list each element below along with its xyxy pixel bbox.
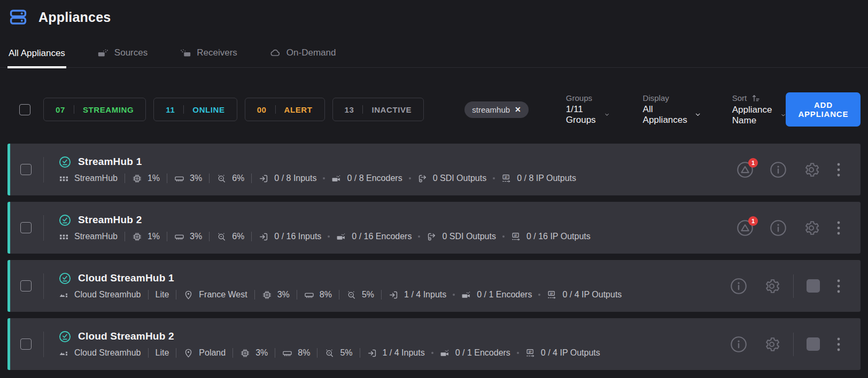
ip-outputs-icon [511,232,521,242]
ram-value: 3% [190,232,202,241]
search-filter-chip[interactable]: streamhub ✕ [464,101,529,118]
appliance-row-streamhub-1[interactable]: StreamHub 1 StreamHub 1% 3% 6% 0 [7,144,861,195]
more-options-icon[interactable] [836,278,841,295]
ip-outputs-value: 0 / 4 IP Outputs [541,348,600,358]
appliance-row-cloud-streamhub-1[interactable]: Cloud StreamHub 1 Cloud Streamhub Lite F… [7,260,861,312]
dot-separator [453,294,455,296]
ip-outputs-value: 0 / 4 IP Outputs [562,290,622,300]
dot-separator [538,294,540,296]
sort-icon [751,93,761,103]
encoders-value: 0 / 16 Encoders [352,232,412,241]
location-pin-icon [183,290,193,300]
info-button[interactable] [770,161,787,178]
sdi-outputs-icon [417,174,428,184]
divider [793,333,794,356]
row-checkbox[interactable] [20,338,32,350]
inputs-icon [367,348,377,358]
tab-all-appliances[interactable]: All Appliances [7,45,66,68]
divider [251,174,252,183]
tab-on-demand[interactable]: On-Demand [268,44,337,67]
cpu-value: 1% [148,232,160,241]
settings-button[interactable] [803,219,820,237]
divider [381,290,382,300]
more-options-icon[interactable] [836,161,841,178]
cpu-icon [132,174,142,184]
ram-icon [174,232,184,242]
divider [43,215,44,241]
divider [43,157,44,183]
sort-dropdown[interactable]: Sort Appliance Name [732,93,786,126]
settings-button[interactable] [763,278,780,295]
cloud-icon [269,47,281,59]
stop-button[interactable] [807,279,820,293]
add-appliance-button[interactable]: ADD APPLIANCE [786,92,861,127]
divider [360,348,360,358]
appliance-list: StreamHub 1 StreamHub 1% 3% 6% 0 [0,144,868,370]
select-all-checkbox[interactable] [19,104,30,115]
chip-text: streamhub [472,105,510,114]
info-button[interactable] [770,219,787,237]
alerts-button[interactable]: 1 [737,161,754,178]
info-icon [770,219,787,237]
gear-icon [803,161,820,178]
info-button[interactable] [730,336,747,353]
alert-count-badge: 1 [748,158,758,168]
counter-online[interactable]: 11 ONLINE [153,98,237,121]
display-dropdown[interactable]: Display All Appliances [643,93,701,125]
status-ok-icon [59,272,71,285]
appliance-row-cloud-streamhub-2[interactable]: Cloud StreamHub 2 Cloud Streamhub Lite P… [7,318,861,370]
counter-streaming[interactable]: 07 STREAMING [43,98,146,121]
load-value: 5% [340,348,352,358]
sdi-outputs-value: 0 SDI Outputs [433,174,487,183]
alerts-button[interactable]: 1 [737,219,754,237]
divider [793,274,794,298]
info-icon [770,161,787,178]
divider [275,348,275,358]
sdi-outputs-icon [427,232,437,242]
tab-receivers[interactable]: Receivers [179,44,238,67]
chevron-down-icon [695,111,701,119]
divider [339,290,339,300]
alert-count-badge: 1 [748,216,758,226]
info-button[interactable] [730,278,747,295]
appliance-row-streamhub-2[interactable]: StreamHub 2 StreamHub 1% 3% 6% 0 [7,202,861,254]
ip-outputs-icon [525,348,536,358]
divider [297,290,297,300]
streamhub-type-icon [59,232,69,242]
row-checkbox[interactable] [20,222,32,233]
inputs-value: 1 / 4 Inputs [383,348,425,358]
ip-outputs-value: 0 / 8 IP Outputs [517,174,576,183]
divider [148,348,149,358]
page-title: Appliances [38,10,111,25]
stop-button[interactable] [807,337,820,351]
appliance-name: Cloud StreamHub 2 [78,330,174,342]
appliance-name: StreamHub 2 [78,214,142,226]
more-options-icon[interactable] [836,336,841,353]
appliance-type: StreamHub [74,174,118,183]
encoders-icon [461,290,471,300]
dot-separator [502,235,505,238]
groups-dropdown[interactable]: Groups 1/11 Groups [566,93,610,125]
divider [74,105,74,114]
info-icon [730,336,747,353]
more-options-icon[interactable] [836,219,841,237]
settings-button[interactable] [803,161,820,178]
divider [167,174,167,183]
encoders-value: 0 / 1 Encoders [477,290,532,300]
counter-alert[interactable]: 00 ALERT [245,98,325,121]
streamhub-type-icon [59,174,69,184]
gear-icon [763,278,780,295]
divider [43,332,44,357]
tab-sources[interactable]: Sources [96,44,149,67]
cpu-icon [262,290,272,300]
ram-icon [282,348,292,358]
counter-inactive[interactable]: 13 INACTIVE [332,98,424,121]
counter-label: ONLINE [192,105,224,114]
location-pin-icon [183,348,193,358]
chip-remove-icon[interactable]: ✕ [515,105,521,114]
row-checkbox[interactable] [20,280,32,292]
counter-label: INACTIVE [371,105,412,114]
settings-button[interactable] [763,336,780,353]
row-checkbox[interactable] [20,164,32,175]
divider [209,232,210,241]
